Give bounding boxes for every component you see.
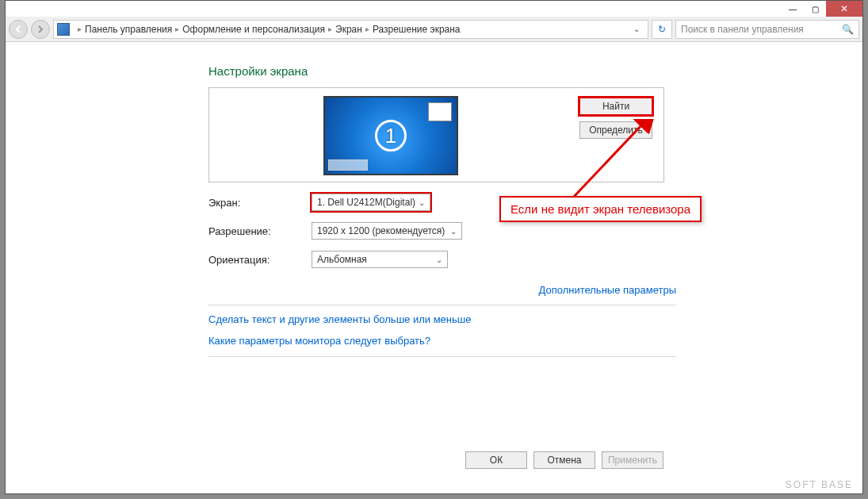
forward-button[interactable]	[31, 20, 50, 39]
crumb-item[interactable]: Оформление и персонализация	[182, 24, 325, 35]
page-title: Настройки экрана	[208, 64, 676, 78]
preview-window-icon	[428, 102, 452, 121]
orientation-value: Альбомная	[317, 254, 367, 265]
window: — ▢ ✕ ▸ Панель управления ▸ Оформление и…	[5, 0, 863, 494]
apply-button[interactable]: Применить	[602, 451, 663, 469]
resolution-value: 1920 x 1200 (рекомендуется)	[317, 225, 445, 236]
identify-button[interactable]: Определить	[579, 121, 652, 139]
monitor-number: 1	[375, 120, 407, 152]
find-button[interactable]: Найти	[579, 98, 652, 115]
help-links: Сделать текст и другие элементы больше и…	[208, 313, 676, 347]
back-button[interactable]	[9, 20, 28, 39]
resolution-select[interactable]: 1920 x 1200 (рекомендуется) ⌄	[312, 222, 462, 240]
crumb-item[interactable]: Разрешение экрана	[373, 24, 461, 35]
advanced-settings-link[interactable]: Дополнительные параметры	[538, 284, 676, 296]
advanced-row: Дополнительные параметры	[208, 282, 676, 297]
resolution-label: Разрешение:	[208, 225, 312, 237]
side-buttons: Найти Определить	[579, 93, 652, 139]
crumb-item[interactable]: Панель управления	[85, 24, 172, 35]
annotation-callout: Если не видит экран телевизора	[499, 196, 702, 222]
minimize-button[interactable]: —	[782, 1, 804, 17]
orientation-label: Ориентация:	[208, 254, 312, 266]
chevron-right-icon: ▸	[78, 25, 82, 33]
close-button[interactable]: ✕	[826, 1, 862, 17]
navbar: ▸ Панель управления ▸ Оформление и персо…	[6, 17, 862, 42]
search-icon: 🔍	[842, 24, 854, 35]
chevron-right-icon: ▸	[365, 25, 369, 33]
dialog-buttons: ОК Отмена Применить	[465, 451, 663, 469]
titlebar: — ▢ ✕	[6, 1, 862, 17]
chevron-right-icon: ▸	[328, 25, 332, 33]
screen-value: 1. Dell U2412M(Digital)	[317, 197, 415, 208]
text-size-link[interactable]: Сделать текст и другие элементы больше и…	[208, 313, 676, 325]
chevron-down-icon: ⌄	[450, 227, 457, 236]
refresh-button[interactable]: ↻	[652, 20, 672, 39]
breadcrumb[interactable]: ▸ Панель управления ▸ Оформление и персо…	[53, 20, 648, 39]
monitor-preview-frame: 1 Найти Определить	[208, 87, 664, 182]
search-placeholder: Поиск в панели управления	[681, 24, 804, 35]
cancel-button[interactable]: Отмена	[533, 451, 595, 469]
monitor-help-link[interactable]: Какие параметры монитора следует выбрать…	[208, 335, 676, 347]
screen-label: Экран:	[208, 197, 312, 209]
orientation-select[interactable]: Альбомная ⌄	[312, 251, 448, 268]
screen-select[interactable]: 1. Dell U2412M(Digital) ⌄	[312, 194, 430, 211]
preview-taskbar-icon	[328, 159, 368, 171]
ok-button[interactable]: ОК	[465, 451, 527, 469]
maximize-button[interactable]: ▢	[804, 1, 826, 17]
chevron-right-icon: ▸	[175, 25, 179, 33]
control-panel-icon	[57, 23, 70, 36]
monitor-preview[interactable]: 1	[323, 96, 458, 175]
chevron-down-icon: ⌄	[419, 198, 425, 207]
chevron-down-icon[interactable]: ⌄	[629, 25, 644, 33]
divider	[208, 305, 676, 305]
resolution-row: Разрешение: 1920 x 1200 (рекомендуется) …	[208, 222, 676, 240]
divider	[208, 356, 676, 357]
chevron-down-icon: ⌄	[436, 255, 442, 264]
orientation-row: Ориентация: Альбомная ⌄	[208, 251, 676, 268]
watermark: SOFT BASE	[786, 479, 853, 490]
search-input[interactable]: Поиск в панели управления 🔍	[675, 20, 859, 39]
crumb-item[interactable]: Экран	[335, 24, 362, 35]
